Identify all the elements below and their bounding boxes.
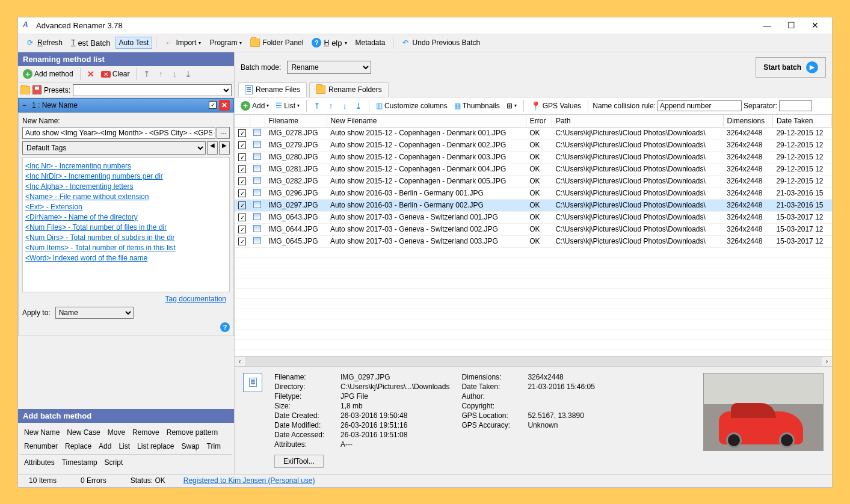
thumbnails-button[interactable]: ▦Thumbnails [452,100,502,111]
table-row[interactable]: ✓IMG_0280.JPGAuto show 2015-12 - Copenha… [235,151,832,163]
row-checkbox[interactable]: ✓ [238,141,246,149]
row-checkbox[interactable]: ✓ [238,201,246,209]
down-button[interactable]: ↓ [339,101,351,111]
rename-files-tab[interactable]: Rename Files [238,82,307,97]
row-checkbox[interactable]: ✓ [238,238,246,245]
method-enabled-checkbox[interactable]: ✓ [209,101,217,109]
row-checkbox[interactable]: ✓ [238,165,246,173]
presets-combo[interactable] [73,84,232,96]
exiftool-button[interactable]: ExifTool... [274,455,324,468]
batch-mode-select[interactable]: Rename [287,61,371,74]
method-help-icon[interactable]: ? [220,322,230,332]
undo-button[interactable]: ↶Undo Previous Batch [397,36,484,49]
batch-method-attributes[interactable]: Attributes [20,456,58,469]
row-checkbox[interactable]: ✓ [238,177,246,185]
row-checkbox[interactable]: ✓ [238,129,246,137]
collapse-icon[interactable]: − [22,101,29,109]
table-row[interactable]: ✓IMG_0644.JPGAuto show 2017-03 - Geneva … [235,223,832,235]
column-header[interactable]: Date Taken [772,115,831,128]
column-header[interactable]: Path [552,115,723,128]
maximize-button[interactable]: ☐ [779,18,803,32]
import-button[interactable]: ←Import▾ [160,36,205,49]
batch-method-new-name[interactable]: New Name [20,426,63,438]
row-checkbox[interactable]: ✓ [238,189,246,197]
file-grid[interactable]: FilenameNew FilenameErrorPathDimensionsD… [235,115,832,356]
clear-methods-button[interactable]: ✕Clear [99,69,132,79]
tags-category-select[interactable]: Default Tags [22,141,206,155]
scroll-left-icon[interactable]: ‹ [235,357,245,366]
apply-to-select[interactable]: Name [55,307,134,319]
tags-prev-button[interactable]: ◀ [207,141,218,155]
tag-link[interactable]: <Inc NrDir> - Incrementing numbers per d… [25,172,227,180]
method-header[interactable]: − 1 : New Name ✓ ✕ [18,98,234,112]
refresh-button[interactable]: ⟳Refresh [22,36,66,49]
column-header[interactable]: Filename [265,115,327,128]
start-batch-button[interactable]: Start batch▶ [756,57,826,78]
batch-method-add[interactable]: Add [95,440,115,452]
tag-link[interactable]: <DirName> - Name of the directory [25,213,227,221]
table-row[interactable]: ✓IMG_0645.JPGAuto show 2017-03 - Geneva … [235,235,832,247]
table-row[interactable]: ✓IMG_0278.JPGAuto show 2015-12 - Copenha… [235,127,832,139]
row-checkbox[interactable]: ✓ [238,214,246,221]
tag-link[interactable]: <Inc Nr> - Incrementing numbers [25,162,227,170]
batch-method-new-case[interactable]: New Case [63,426,103,438]
table-row[interactable]: ✓IMG_0282.JPGAuto show 2015-12 - Copenha… [235,175,832,187]
row-checkbox[interactable]: ✓ [238,153,246,161]
folder-panel-button[interactable]: Folder Panel [247,37,307,49]
batch-method-remove-pattern[interactable]: Remove pattern [163,426,221,438]
batch-method-list[interactable]: List [115,440,134,452]
to-top-button[interactable]: ⤒ [311,101,323,111]
tag-link[interactable]: <Num Files> - Total number of files in t… [25,223,227,232]
metadata-button[interactable]: Metadata [352,37,389,49]
test-batch-button[interactable]: Test Batch [67,37,114,49]
tag-link[interactable]: <Ext> - Extension [25,203,227,211]
move-up-button[interactable]: ↑ [155,69,167,79]
gps-values-button[interactable]: 📍GPS Values [528,100,584,112]
program-button[interactable]: Program▾ [206,37,245,49]
column-header[interactable]: Dimensions [723,115,772,128]
move-bottom-button[interactable]: ⤓ [182,69,194,79]
tag-link[interactable]: <Inc Alpha> - Incrementing letters [25,182,227,191]
delete-method-button[interactable]: ✕ [85,68,97,80]
batch-method-swap[interactable]: Swap [177,440,203,452]
scroll-right-icon[interactable]: › [822,357,832,366]
table-row[interactable]: ✓IMG_0281.JPGAuto show 2015-12 - Copenha… [235,163,832,175]
collision-rule-input[interactable] [658,100,742,111]
save-preset-icon[interactable] [32,85,42,94]
horizontal-scrollbar[interactable]: ‹ › [235,356,832,366]
up-button[interactable]: ↑ [325,101,337,111]
expand-button[interactable]: ... [217,127,230,139]
table-row[interactable]: ✓IMG_0296.JPGAuto show 2016-03 - Berlin … [235,187,832,199]
registered-link[interactable]: Registered to Kim Jensen (Personal use) [183,476,315,485]
rename-folders-tab[interactable]: Rename Folders [309,82,389,97]
move-top-button[interactable]: ⤒ [141,69,153,79]
add-files-button[interactable]: +Add▾ [238,100,271,112]
move-down-button[interactable]: ↓ [168,69,180,79]
method-close-button[interactable]: ✕ [219,100,230,111]
batch-method-list-replace[interactable]: List replace [134,440,177,452]
tag-link[interactable]: <Word> Indexed word of the file name [25,254,227,262]
tag-link[interactable]: <Num Dirs> - Total number of subdirs in … [25,233,227,242]
help-button[interactable]: ?Help▾ [308,36,350,49]
to-bottom-button[interactable]: ⤓ [353,101,365,111]
list-button[interactable]: ☰List▾ [273,100,302,111]
minimize-button[interactable]: — [755,18,779,32]
row-checkbox[interactable]: ✓ [238,226,246,233]
batch-method-script[interactable]: Script [101,456,127,469]
add-method-button[interactable]: +Add method [20,68,76,80]
batch-method-move[interactable]: Move [104,426,129,438]
tag-link[interactable]: <Name> - File name without extension [25,192,227,201]
batch-method-replace[interactable]: Replace [61,440,95,452]
batch-method-remove[interactable]: Remove [129,426,163,438]
new-name-input[interactable] [22,127,215,139]
close-button[interactable]: ✕ [803,18,827,32]
auto-test-button[interactable]: Auto Test [115,37,153,49]
tag-link[interactable]: <Num Items> - Total number of items in t… [25,244,227,252]
table-row[interactable]: ✓IMG_0297.JPGAuto show 2016-03 - Berlin … [235,199,832,211]
batch-method-trim[interactable]: Trim [203,440,225,452]
table-row[interactable]: ✓IMG_0643.JPGAuto show 2017-03 - Geneva … [235,211,832,223]
batch-method-timestamp[interactable]: Timestamp [58,456,101,469]
tag-doc-link[interactable]: Tag documentation [165,295,226,303]
tags-next-button[interactable]: ▶ [219,141,230,155]
customize-columns-button[interactable]: ▥Customize columns [374,100,450,111]
